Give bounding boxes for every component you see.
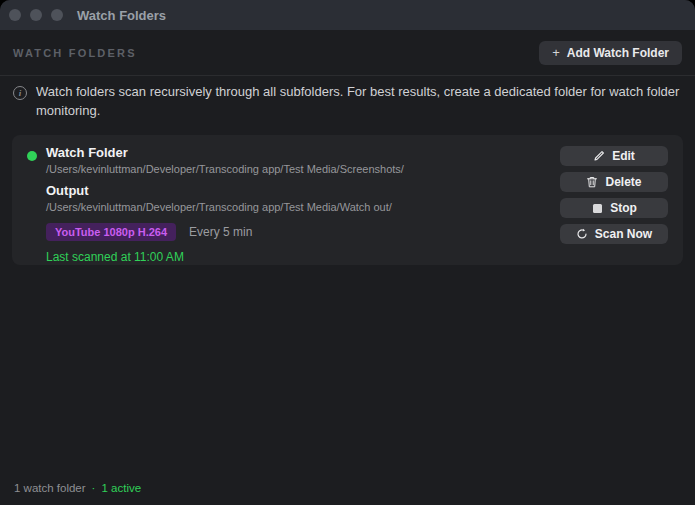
output-label: Output: [46, 183, 553, 198]
delete-button[interactable]: Delete: [560, 172, 668, 192]
source-path: /Users/kevinluttman/Developer/Transcodin…: [46, 163, 553, 175]
watch-folder-card: Watch Folder /Users/kevinluttman/Develop…: [12, 135, 683, 265]
zoom-window-button[interactable]: [51, 9, 63, 21]
refresh-icon: [576, 228, 588, 240]
info-text: Watch folders scan recursively through a…: [36, 83, 682, 121]
meta-row: YouTube 1080p H.264 Every 5 min: [46, 223, 553, 241]
add-watch-folder-button[interactable]: + Add Watch Folder: [539, 41, 682, 65]
pencil-icon: [593, 150, 605, 162]
scan-now-button-label: Scan Now: [595, 227, 652, 241]
edit-button[interactable]: Edit: [560, 146, 668, 166]
section-label: WATCH FOLDERS: [13, 47, 137, 59]
footer-status-bar: 1 watch folder · 1 active: [14, 482, 141, 494]
stop-icon: [591, 202, 603, 214]
active-status-dot: [27, 151, 37, 161]
window-title: Watch Folders: [77, 8, 166, 23]
add-watch-folder-label: Add Watch Folder: [567, 46, 669, 60]
titlebar: Watch Folders: [0, 0, 695, 30]
edit-button-label: Edit: [612, 149, 635, 163]
active-count: 1 active: [101, 482, 141, 494]
stop-button[interactable]: Stop: [560, 198, 668, 218]
minimize-window-button[interactable]: [30, 9, 42, 21]
trash-icon: [586, 176, 598, 188]
scan-now-button[interactable]: Scan Now: [560, 224, 668, 244]
source-label: Watch Folder: [46, 145, 553, 160]
delete-button-label: Delete: [605, 175, 641, 189]
stop-button-label: Stop: [610, 201, 637, 215]
watch-folder-count: 1 watch folder: [14, 482, 86, 494]
card-actions: Edit Delete Stop Scan Now: [560, 146, 668, 244]
close-window-button[interactable]: [9, 9, 21, 21]
watch-folders-window: Watch Folders WATCH FOLDERS + Add Watch …: [0, 0, 695, 505]
footer-separator: ·: [92, 482, 96, 494]
last-scanned-status: Last scanned at 11:00 AM: [46, 250, 553, 264]
output-path: /Users/kevinluttman/Developer/Transcodin…: [46, 201, 553, 213]
card-main: Watch Folder /Users/kevinluttman/Develop…: [46, 145, 553, 264]
plus-icon: +: [552, 45, 560, 60]
traffic-lights: [0, 9, 63, 21]
info-icon: i: [13, 86, 27, 100]
preset-badge: YouTube 1080p H.264: [46, 223, 176, 241]
info-banner: i Watch folders scan recursively through…: [13, 83, 682, 121]
header-row: WATCH FOLDERS + Add Watch Folder: [0, 30, 695, 76]
scan-interval: Every 5 min: [189, 225, 252, 239]
